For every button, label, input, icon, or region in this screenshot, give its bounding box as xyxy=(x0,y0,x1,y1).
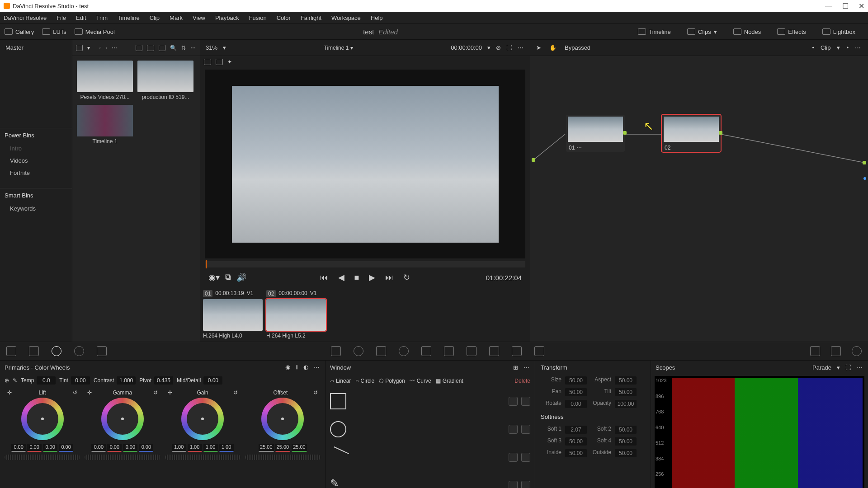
playhead-icon[interactable] xyxy=(206,260,207,268)
blur-icon[interactable] xyxy=(467,346,476,356)
chevron-down-icon[interactable]: ▾ xyxy=(487,44,491,51)
mediapool-button[interactable]: Media Pool xyxy=(75,28,115,35)
maximize-button[interactable]: ☐ xyxy=(842,2,849,10)
timeline-button[interactable]: Timeline xyxy=(638,28,671,35)
offset-wheel[interactable] xyxy=(261,398,304,440)
viewer-options-icon[interactable]: ⋯ xyxy=(518,44,524,51)
window-icon[interactable] xyxy=(399,346,409,356)
qualifier-icon[interactable] xyxy=(376,346,386,356)
lift-wheel[interactable] xyxy=(21,398,64,440)
sizing-icon[interactable] xyxy=(512,346,522,356)
scope-options-icon[interactable]: ⋯ xyxy=(857,364,863,371)
mid-value[interactable]: 0.00 xyxy=(203,376,222,385)
hand-icon[interactable]: ✋ xyxy=(549,44,557,51)
scope-display[interactable]: 1023896768 640512384 2561280 xyxy=(655,376,864,488)
wand-icon[interactable]: ✦ xyxy=(227,59,232,65)
preset-icon[interactable]: ⊞ xyxy=(513,364,518,371)
magic-mask-icon[interactable] xyxy=(444,346,454,356)
shape-row[interactable] xyxy=(330,446,530,468)
camera-raw-icon[interactable] xyxy=(6,346,16,356)
bin-item[interactable]: Intro xyxy=(0,142,72,155)
curves-icon[interactable] xyxy=(331,346,341,356)
auto-icon[interactable]: ✎ xyxy=(13,377,17,384)
keyframe-icon[interactable] xyxy=(810,346,820,356)
list-view-icon[interactable] xyxy=(159,45,165,51)
master-bin[interactable]: Master xyxy=(0,40,72,56)
menu-item[interactable]: View xyxy=(193,14,205,21)
effects-button[interactable]: Effects xyxy=(777,28,806,35)
first-frame-button[interactable]: ⏮ xyxy=(320,273,328,282)
chevron-down-icon[interactable]: ▾ xyxy=(223,44,226,51)
warper-icon[interactable] xyxy=(354,346,363,356)
wheels-icon[interactable] xyxy=(52,346,61,356)
stop-button[interactable]: ■ xyxy=(354,273,359,282)
menu-item[interactable]: Playback xyxy=(215,14,239,21)
chevron-down-icon[interactable]: ▾ xyxy=(87,45,90,51)
3d-icon[interactable] xyxy=(534,346,544,356)
menu-item[interactable]: Mark xyxy=(170,14,183,21)
scopes-toggle-icon[interactable] xyxy=(831,346,841,356)
media-thumb[interactable]: Pexels Videos 278... xyxy=(77,61,133,100)
chevron-down-icon[interactable]: ▾ xyxy=(350,45,353,51)
zoom-level[interactable]: 31% xyxy=(206,44,217,51)
smartbins-header[interactable]: Smart Bins xyxy=(0,188,72,202)
nav-fwd-icon[interactable]: › xyxy=(105,45,107,51)
mute-icon[interactable]: 🔊 xyxy=(236,272,246,282)
linear-tool[interactable]: ▱Linear xyxy=(330,378,351,384)
circle-tool[interactable]: ○Circle xyxy=(355,378,374,384)
menu-item[interactable]: File xyxy=(57,14,66,21)
menu-item[interactable]: Edit xyxy=(76,14,86,21)
gradient-tool[interactable]: ▦Gradient xyxy=(436,378,463,384)
media-thumb[interactable]: Timeline 1 xyxy=(77,105,133,145)
pointer-icon[interactable]: ➤ xyxy=(536,44,541,51)
node-output-anchor[interactable] xyxy=(863,161,866,164)
smartbin-item[interactable]: Keywords xyxy=(0,202,72,215)
wheel-mode-icon[interactable]: ◉ xyxy=(285,364,290,371)
shape-row[interactable] xyxy=(330,390,530,412)
expand-icon[interactable]: ⛶ xyxy=(506,44,512,51)
bin-item[interactable]: Videos xyxy=(0,155,72,167)
timeline-name[interactable]: Timeline 1 xyxy=(324,45,349,51)
menu-item[interactable]: Color xyxy=(277,14,291,21)
pick-icon[interactable]: ✛ xyxy=(7,389,12,396)
powerbins-header[interactable]: Power Bins xyxy=(0,128,72,142)
options-icon[interactable]: ⋯ xyxy=(112,45,118,51)
log-mode-icon[interactable]: ◐ xyxy=(303,364,308,371)
gamma-jog[interactable] xyxy=(85,455,160,460)
info-icon[interactable] xyxy=(852,346,862,356)
tint-value[interactable]: 0.00 xyxy=(71,376,90,385)
dot-icon[interactable]: • xyxy=(812,44,814,51)
close-button[interactable]: ✕ xyxy=(859,2,864,10)
step-fwd-button[interactable]: ⏭ xyxy=(385,273,393,282)
thumb-view-icon[interactable] xyxy=(136,45,142,51)
prim-options-icon[interactable]: ⋯ xyxy=(314,364,321,371)
viewer-scrubber[interactable] xyxy=(205,261,525,267)
node-alpha-anchor[interactable] xyxy=(863,177,866,180)
bin-view-icon[interactable] xyxy=(76,45,83,51)
sort-icon[interactable]: ⇅ xyxy=(181,45,186,51)
picker-icon[interactable]: ⊕ xyxy=(5,377,9,384)
shape-row[interactable] xyxy=(330,418,530,440)
offset-jog[interactable] xyxy=(245,455,321,460)
delete-button[interactable]: Delete xyxy=(514,378,530,384)
lift-jog[interactable] xyxy=(5,455,80,460)
clip-thumb[interactable]: 0100:00:13:19V1 H.264 High L4.0 xyxy=(203,290,263,338)
viewer-timecode[interactable]: 00:00:00:00 xyxy=(451,44,482,51)
scope-mode[interactable]: Parade xyxy=(812,364,831,371)
shape-row[interactable]: ✎ xyxy=(330,474,530,488)
minimize-button[interactable]: — xyxy=(825,2,832,10)
window-options-icon[interactable]: ⋯ xyxy=(524,364,530,371)
grid-view-icon[interactable] xyxy=(147,45,154,51)
reset-icon[interactable]: ↺ xyxy=(73,389,77,396)
menu-item[interactable]: Timeline xyxy=(118,14,140,21)
tracker-icon[interactable] xyxy=(421,346,431,356)
menu-item[interactable]: Workspace xyxy=(331,14,361,21)
polygon-tool[interactable]: ⬠Polygon xyxy=(379,378,405,384)
node-options-icon[interactable]: ⋯ xyxy=(855,44,862,51)
luts-button[interactable]: LUTs xyxy=(42,28,66,35)
menu-item[interactable]: DaVinci Resolve xyxy=(4,14,47,21)
menu-item[interactable]: Trim xyxy=(96,14,108,21)
match-icon[interactable]: ⧉ xyxy=(225,272,231,282)
temp-value[interactable]: 0.0 xyxy=(37,376,56,385)
dot-icon[interactable]: • xyxy=(846,44,849,51)
